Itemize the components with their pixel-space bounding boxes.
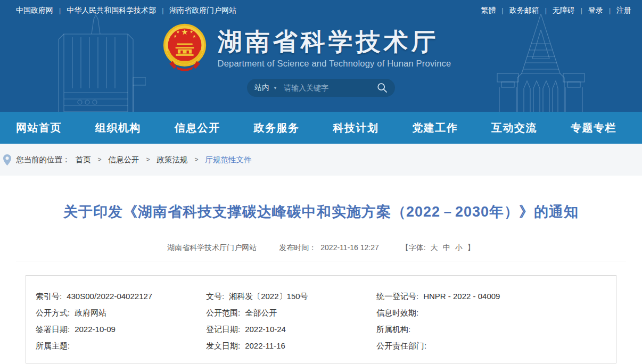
search-input[interactable]: [284, 84, 377, 92]
article-area: 关于印发《湖南省科技支撑碳达峰碳中和实施方案（2022－2030年）》的通知 湖…: [0, 202, 642, 363]
info-field-unified-reg-number: 统一登记号: HNPR - 2022 - 04009: [376, 291, 611, 302]
document-info-table: 索引号: 430S00/2022-04022127 文号: 湘科发〔2022〕1…: [26, 275, 616, 363]
publish-time-value: 2022-11-16 12:27: [320, 243, 379, 253]
breadcrumb-link-home[interactable]: 首页: [76, 155, 91, 165]
topbar-separator: |: [581, 7, 582, 14]
location-pin-icon: [3, 154, 11, 166]
nav-item-organization[interactable]: 组织机构: [95, 121, 141, 135]
font-size-large-button[interactable]: 大: [431, 243, 438, 253]
search-box: 站内 ▼: [247, 79, 395, 97]
topbar-separator: |: [545, 7, 547, 14]
info-field-issue-date: 发文日期: 2022-11-16: [206, 340, 376, 351]
topbar-separator: |: [502, 7, 504, 14]
search-button[interactable]: [377, 82, 388, 93]
search-icon: [377, 82, 388, 93]
site-brand: 湖南省科学技术厅 Department of Science and Techn…: [0, 23, 627, 74]
topbar-link-most[interactable]: 中华人民共和国科学技术部: [67, 6, 156, 15]
nav-item-special-topics[interactable]: 专题专栏: [571, 121, 616, 135]
search-row: 站内 ▼: [0, 79, 642, 97]
national-emblem-logo: [161, 23, 208, 74]
font-size-prefix: 【字体:: [401, 243, 426, 253]
breadcrumb: 您当前的位置： 首页 > 信息公开 > 政策法规 > 厅规范性文件: [0, 144, 642, 176]
info-field-index-number: 索引号: 430S00/2022-04022127: [36, 291, 206, 302]
nav-item-info-disclosure[interactable]: 信息公开: [175, 121, 220, 135]
info-field-disclosure-method: 公开方式: 政府网站: [36, 307, 206, 318]
topbar-link-login[interactable]: 登录: [588, 6, 603, 15]
nav-item-party-building[interactable]: 党建工作: [412, 121, 458, 135]
topbar-link-hunan-gov[interactable]: 湖南省政府门户网站: [169, 6, 236, 15]
site-name-english: Department of Science and Technology of …: [218, 59, 451, 69]
site-title-block: 湖南省科学技术厅 Department of Science and Techn…: [218, 28, 451, 69]
breadcrumb-separator: >: [98, 156, 102, 163]
publish-time-label: 发布时间：: [279, 243, 316, 253]
breadcrumb-link-info-disclosure[interactable]: 信息公开: [109, 155, 139, 165]
breadcrumb-prefix: 您当前的位置：: [16, 155, 70, 165]
topbar-link-gov-mail[interactable]: 政务邮箱: [509, 6, 539, 15]
info-field-validity-period: 信息时效期:: [376, 307, 611, 318]
info-field-doc-number: 文号: 湘科发〔2022〕150号: [206, 291, 376, 302]
font-size-small-button[interactable]: 小: [455, 243, 463, 253]
nav-item-interaction[interactable]: 互动交流: [491, 121, 537, 135]
breadcrumb-separator: >: [146, 156, 150, 163]
search-scope-select[interactable]: 站内 ▼: [254, 83, 277, 93]
breadcrumb-current[interactable]: 厅规范性文件: [205, 155, 252, 165]
info-field-disclosure-scope: 公开范围: 全部公开: [206, 307, 376, 318]
font-size-suffix: 】: [467, 243, 475, 253]
topbar-left-links: 中国政府网 | 中华人民共和国科学技术部 | 湖南省政府门户网站: [16, 6, 236, 15]
site-name[interactable]: 湖南省科学技术厅: [218, 28, 451, 55]
info-field-signing-date: 签署日期: 2022-10-09: [36, 324, 206, 335]
topbar-link-traditional-chinese[interactable]: 繁體: [481, 6, 496, 15]
breadcrumb-separator: >: [195, 156, 199, 163]
topbar-separator: |: [162, 7, 163, 14]
font-size-medium-button[interactable]: 中: [443, 243, 450, 253]
divider: [16, 261, 626, 261]
search-scope-label: 站内: [254, 83, 269, 93]
site-header: 中国政府网 | 中华人民共和国科学技术部 | 湖南省政府门户网站 繁體 | 政务…: [0, 0, 642, 112]
info-field-responsible-department: 公开责任部门:: [376, 340, 611, 351]
info-field-subject: 所属主题:: [36, 340, 206, 351]
topbar-right-links: 繁體 | 政务邮箱 | 无障碍 | 登录 | 注册: [481, 6, 632, 15]
info-field-affiliated-agency: 所属机构:: [376, 324, 611, 335]
topbar-separator: |: [609, 7, 611, 14]
article-meta: 湖南省科学技术厅门户网站 发布时间： 2022-11-16 12:27 【字体:…: [0, 243, 642, 253]
topbar-separator: |: [59, 7, 61, 14]
main-nav: 网站首页 组织机构 信息公开 政务服务 科技计划 党建工作 互动交流 专题专栏: [0, 112, 642, 144]
chevron-down-icon: ▼: [273, 86, 277, 90]
info-field-registration-date: 登记日期: 2022-10-24: [206, 324, 376, 335]
topbar: 中国政府网 | 中华人民共和国科学技术部 | 湖南省政府门户网站 繁體 | 政务…: [0, 0, 642, 21]
article-source: 湖南省科学技术厅门户网站: [167, 243, 257, 253]
font-size-controls: 【字体: 大 中 小 】: [401, 243, 475, 253]
article-title: 关于印发《湖南省科技支撑碳达峰碳中和实施方案（2022－2030年）》的通知: [21, 202, 621, 221]
nav-item-gov-services[interactable]: 政务服务: [254, 121, 300, 135]
topbar-link-china-gov[interactable]: 中国政府网: [16, 6, 53, 15]
publish-time-block: 发布时间： 2022-11-16 12:27: [279, 243, 379, 253]
topbar-link-register[interactable]: 注册: [616, 6, 631, 15]
topbar-link-accessibility[interactable]: 无障碍: [553, 6, 575, 15]
breadcrumb-link-policies[interactable]: 政策法规: [157, 155, 188, 165]
nav-item-scitech-programs[interactable]: 科技计划: [333, 121, 378, 135]
nav-item-home[interactable]: 网站首页: [16, 121, 62, 135]
